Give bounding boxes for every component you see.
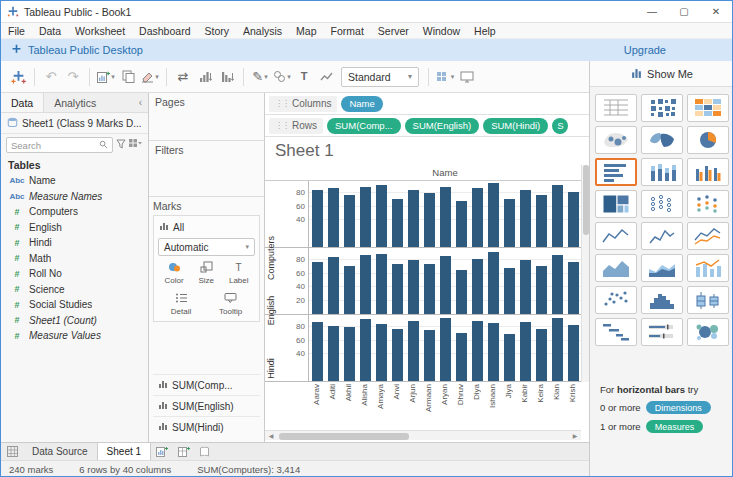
swap-rows-columns-button[interactable]: ⇄ [173, 65, 193, 89]
bar-hindi-diya[interactable] [472, 321, 483, 381]
scroll-right-icon[interactable]: ▶ [569, 432, 581, 439]
bar-english-amaya[interactable] [376, 254, 387, 314]
bar-english-diya[interactable] [472, 259, 483, 314]
presentation-mode-button[interactable] [457, 65, 477, 89]
new-story-tab-button[interactable] [195, 443, 217, 460]
menu-data[interactable]: Data [32, 23, 68, 38]
marks-all-row[interactable]: All [157, 219, 256, 235]
size-button[interactable]: Size [195, 259, 217, 287]
duplicate-sheet-button[interactable] [118, 65, 138, 89]
field-social-studies[interactable]: #Social Studies [1, 297, 148, 313]
bar-english-armaan[interactable] [424, 264, 435, 314]
measure-card-sum-english-[interactable]: SUM(English) [153, 395, 260, 416]
bar-computers-diya[interactable] [472, 188, 483, 247]
search-box[interactable] [6, 137, 113, 153]
show-me-highlight-table[interactable] [687, 94, 729, 122]
bar-computers-dhruv[interactable] [456, 201, 467, 247]
redo-button[interactable]: ↷ [63, 65, 83, 89]
label-button[interactable]: TLabel [226, 259, 252, 287]
field-math[interactable]: #Math [1, 251, 148, 267]
sort-descending-button[interactable] [217, 65, 237, 89]
show-me-bullet-graph[interactable] [641, 318, 683, 346]
bar-computers-anvi[interactable] [392, 199, 403, 247]
bar-english-alisha[interactable] [360, 255, 371, 314]
bar-english-aarav[interactable] [312, 262, 323, 314]
show-me-text-table[interactable] [595, 94, 637, 122]
columns-shelf[interactable]: ⋮⋮ Columns Name [265, 93, 589, 115]
menu-story[interactable]: Story [197, 23, 236, 38]
bar-computers-amaya[interactable] [376, 185, 387, 247]
show-me-area-chart-discrete[interactable] [641, 254, 683, 282]
fit-dropdown[interactable]: Standard▾ [341, 67, 419, 87]
show-me-horizontal-bars[interactable] [595, 158, 637, 186]
menu-analysis[interactable]: Analysis [236, 23, 289, 38]
text-label-button[interactable]: T [294, 65, 314, 89]
bar-hindi-krish[interactable] [568, 325, 579, 381]
field-name[interactable]: AbcName [1, 173, 148, 189]
bar-hindi-alisha[interactable] [360, 319, 371, 381]
measure-card-sum-hindi-[interactable]: SUM(Hindi) [153, 416, 260, 437]
new-dashboard-tab-button[interactable] [173, 443, 195, 460]
bar-english-kabir[interactable] [520, 260, 531, 314]
horizontal-scrollbar[interactable]: ◀ ▶ [265, 430, 581, 440]
rows-shelf[interactable]: ⋮⋮ Rows SUM(Comp...SUM(English)SUM(Hindi… [265, 115, 589, 137]
menu-help[interactable]: Help [467, 23, 503, 38]
show-me-side-by-side-bars[interactable] [687, 158, 729, 186]
bar-english-akhil[interactable] [344, 266, 355, 314]
field-measure-values[interactable]: #Measure Values [1, 328, 148, 344]
pages-shelf[interactable]: Pages [149, 93, 264, 141]
pill-sum-hindi-[interactable]: SUM(Hindi) [483, 118, 548, 134]
sort-ascending-button[interactable] [195, 65, 215, 89]
close-button[interactable]: ✕ [700, 1, 732, 22]
mark-labels-button[interactable]: ▾ [435, 65, 455, 89]
field-computers[interactable]: #Computers [1, 204, 148, 220]
bar-computers-krish[interactable] [568, 192, 579, 247]
bar-english-keira[interactable] [536, 266, 547, 314]
show-me-discrete-lines[interactable] [641, 222, 683, 250]
filter-icon[interactable] [116, 139, 126, 151]
detail-button[interactable]: Detail [168, 290, 194, 318]
minimize-button[interactable]: — [636, 1, 668, 22]
bar-hindi-jiya[interactable] [504, 334, 515, 381]
bar-hindi-aryan[interactable] [440, 318, 451, 381]
bar-english-aryan[interactable] [440, 256, 451, 314]
bar-english-aditi[interactable] [328, 257, 339, 314]
menu-worksheet[interactable]: Worksheet [68, 23, 132, 38]
bar-computers-aryan[interactable] [440, 187, 451, 247]
show-me-heat-map[interactable] [641, 94, 683, 122]
bar-hindi-aarav[interactable] [312, 322, 323, 381]
field-science[interactable]: #Science [1, 282, 148, 298]
pill-name[interactable]: Name [341, 96, 382, 112]
show-me-area-chart-continuous[interactable] [595, 254, 637, 282]
show-me-side-by-side-circles[interactable] [687, 190, 729, 218]
bar-computers-keira[interactable] [536, 195, 547, 247]
show-me-continuous-lines[interactable] [595, 222, 637, 250]
show-me-symbol-map[interactable] [595, 126, 637, 154]
tab-sheet1[interactable]: Sheet 1 [97, 443, 151, 460]
bar-computers-akhil[interactable] [344, 195, 355, 247]
show-me-dual-lines[interactable] [687, 222, 729, 250]
field-roll-no[interactable]: #Roll No [1, 266, 148, 282]
show-me-gantt[interactable] [595, 318, 637, 346]
pill-sum-english-[interactable]: SUM(English) [405, 118, 480, 134]
show-me-packed-bubbles[interactable] [687, 318, 729, 346]
show-me-box-and-whisker[interactable] [687, 286, 729, 314]
bar-hindi-arjun[interactable] [408, 321, 419, 381]
mark-type-dropdown[interactable]: Automatic ▾ [158, 238, 255, 256]
collapse-panel-icon[interactable]: ‹ [133, 93, 148, 112]
bar-hindi-keira[interactable] [536, 329, 547, 381]
tooltip-button[interactable]: Tooltip [216, 290, 245, 318]
bar-computers-alisha[interactable] [360, 187, 371, 247]
menu-file[interactable]: File [1, 23, 32, 38]
show-me-scatter-plot[interactable] [595, 286, 637, 314]
maximize-button[interactable]: ▢ [668, 1, 700, 22]
show-me-treemap[interactable] [595, 190, 637, 218]
tab-data-source[interactable]: Data Source [23, 443, 97, 460]
color-button[interactable]: Color [161, 259, 186, 287]
show-me-circle-views[interactable] [641, 190, 683, 218]
tab-data[interactable]: Data [1, 93, 44, 112]
undo-button[interactable]: ↶ [41, 65, 61, 89]
menu-window[interactable]: Window [416, 23, 467, 38]
bar-hindi-dhruv[interactable] [456, 333, 467, 381]
new-worksheet-tab-button[interactable] [151, 443, 173, 460]
